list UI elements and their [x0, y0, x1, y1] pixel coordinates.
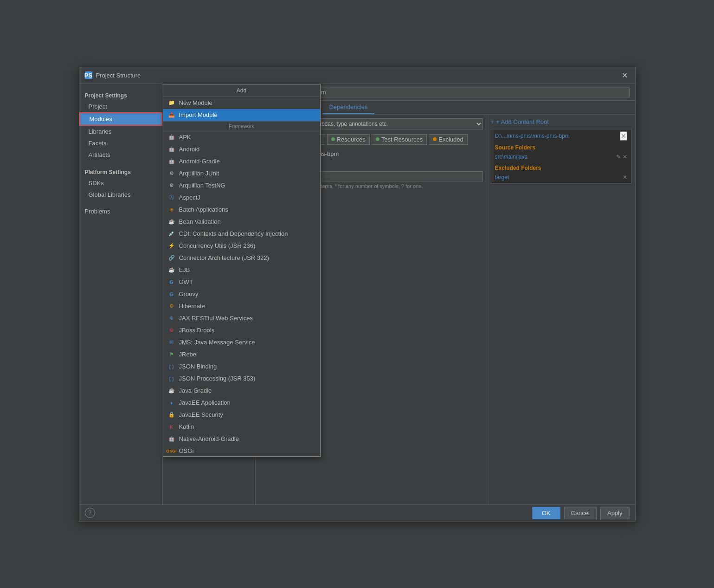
- dropdown-item-arquillian-testng[interactable]: ⚙ Arquillian TestNG: [163, 180, 320, 192]
- dropdown-item-hibernate[interactable]: ⚙ Hibernate: [163, 300, 320, 312]
- add-icon: +: [491, 118, 495, 125]
- dropdown-item-javaee-security[interactable]: 🔒 JavaEE Security: [163, 409, 320, 421]
- content-root-item: D:\...mms-pms\mms-pms-bpm ✕ Source Folde…: [491, 129, 631, 184]
- excluded-folders-label: Excluded Folders: [495, 165, 627, 171]
- excluded-folders-section: Excluded Folders target ✕: [495, 165, 627, 181]
- dropdown-item-jax[interactable]: ⊛ JAX RESTful Web Services: [163, 312, 320, 324]
- dropdown-item-apk[interactable]: 🤖 APK: [163, 131, 320, 143]
- sidebar-item-artifacts[interactable]: Artifacts: [79, 149, 162, 161]
- close-button[interactable]: ✕: [620, 71, 630, 80]
- jboss-icon: ⊕: [168, 327, 175, 334]
- lang-level-select[interactable]: - Lambdas, type annotations etc.: [302, 118, 482, 129]
- dropdown-item-android-gradle[interactable]: 🤖 Android-Gradle: [163, 155, 320, 168]
- jrebel-icon: ⚑: [168, 351, 175, 358]
- tab-resources-btn[interactable]: Resources: [327, 134, 370, 145]
- dropdown-item-gwt[interactable]: G GWT: [163, 276, 320, 288]
- dropdown-item-json-binding[interactable]: { } JSON Binding: [163, 361, 320, 373]
- remove-source-folder-button[interactable]: ✕: [623, 154, 627, 160]
- cancel-button[interactable]: Cancel: [564, 507, 597, 519]
- dropdown-item-android[interactable]: 🤖 Android: [163, 143, 320, 155]
- excluded-folder-actions: ✕: [623, 174, 627, 181]
- sidebar-item-modules[interactable]: Modules: [79, 112, 162, 126]
- sidebar-item-facets[interactable]: Facets: [79, 137, 162, 149]
- sidebar-item-problems[interactable]: Problems: [79, 204, 162, 219]
- jax-icon: ⊛: [168, 315, 175, 322]
- osgi-icon: OSGi: [168, 447, 175, 455]
- content-root-close-button[interactable]: ✕: [620, 131, 627, 141]
- dropdown-header: Add: [163, 84, 320, 97]
- project-structure-dialog: PS Project Structure ✕ Project Settings …: [79, 67, 636, 522]
- arquillian-junit-icon: ⚙: [168, 170, 175, 177]
- add-dropdown: Add 📁 New Module 📥 Import Module Framewo…: [163, 84, 321, 457]
- dropdown-item-batch[interactable]: ⊞ Batch Applications: [163, 204, 320, 216]
- dropdown-item-json-processing[interactable]: { } JSON Processing (JSR 353): [163, 373, 320, 385]
- aspectj-icon: Ⓐ: [168, 194, 175, 201]
- bottom-actions: OK Cancel Apply: [532, 507, 630, 519]
- sidebar-item-global-libraries[interactable]: Global Libraries: [79, 189, 162, 200]
- dropdown-item-ejb[interactable]: ☕ EJB: [163, 264, 320, 276]
- tab-test-resources-btn[interactable]: Test Resources: [372, 134, 427, 145]
- dropdown-item-osgi[interactable]: OSGi OSGi: [163, 445, 320, 456]
- dropdown-item-kotlin[interactable]: K Kotlin: [163, 421, 320, 433]
- groovy-icon: G: [168, 291, 175, 298]
- remove-excluded-folder-button[interactable]: ✕: [623, 174, 627, 181]
- dropdown-item-java-gradle[interactable]: ☕ Java-Gradle: [163, 385, 320, 397]
- dropdown-item-cdi[interactable]: 💉 CDI: Contexts and Dependency Injection: [163, 228, 320, 240]
- gwt-icon: G: [168, 278, 175, 286]
- add-content-root-button[interactable]: + + Add Content Root: [491, 118, 631, 125]
- module-name-input[interactable]: [283, 87, 630, 97]
- dropdown-item-jms[interactable]: ✉ JMS: Java Message Service: [163, 336, 320, 349]
- dropdown-item-aspectj[interactable]: Ⓐ AspectJ: [163, 192, 320, 204]
- cdi-icon: 💉: [168, 230, 175, 238]
- ok-button[interactable]: OK: [532, 507, 560, 519]
- android-icon: 🤖: [168, 146, 175, 153]
- json-binding-icon: { }: [168, 363, 175, 370]
- sidebar: Project Settings Project Modules Librari…: [79, 84, 163, 504]
- source-folders-label: Source Folders: [495, 144, 627, 151]
- sidebar-item-sdks[interactable]: SDKs: [79, 177, 162, 189]
- sidebar-item-project[interactable]: Project: [79, 101, 162, 112]
- jms-icon: ✉: [168, 339, 175, 346]
- kotlin-icon: K: [168, 423, 175, 431]
- tab-excluded-btn[interactable]: Excluded: [429, 134, 467, 145]
- app-icon: PS: [85, 71, 92, 79]
- dropdown-item-import-module[interactable]: 📥 Import Module: [163, 109, 320, 121]
- ejb-icon: ☕: [168, 266, 175, 274]
- source-folder-item: src\main\java ✎ ✕: [495, 153, 627, 161]
- concurrency-icon: ⚡: [168, 242, 175, 250]
- source-folder-actions: ✎ ✕: [616, 154, 627, 160]
- excluded-folder-path: target: [495, 174, 509, 181]
- main-content: Project Settings Project Modules Librari…: [79, 84, 635, 504]
- apply-button[interactable]: Apply: [600, 507, 630, 519]
- title-bar: PS Project Structure ✕: [79, 67, 635, 84]
- javaee-security-icon: 🔒: [168, 411, 175, 419]
- tab-dependencies[interactable]: Dependencies: [322, 101, 374, 114]
- hibernate-icon: ⚙: [168, 303, 175, 310]
- dropdown-item-jrebel[interactable]: ⚑ JRebel: [163, 349, 320, 361]
- edit-source-folder-button[interactable]: ✎: [616, 154, 621, 160]
- resources-dot: [331, 137, 335, 141]
- bottom-bar: ? OK Cancel Apply: [79, 504, 635, 521]
- help-button[interactable]: ?: [85, 508, 95, 518]
- dropdown-item-bean-validation[interactable]: ☕ Bean Validation: [163, 216, 320, 228]
- native-android-icon: 🤖: [168, 435, 175, 443]
- sidebar-item-libraries[interactable]: Libraries: [79, 126, 162, 137]
- javaee-app-icon: ♦: [168, 399, 175, 407]
- excluded-dot: [433, 137, 437, 141]
- dropdown-item-arquillian-junit[interactable]: ⚙ Arquillian JUnit: [163, 168, 320, 180]
- arquillian-testng-icon: ⚙: [168, 182, 175, 189]
- dropdown-item-new-module[interactable]: 📁 New Module: [163, 97, 320, 109]
- batch-icon: ⊞: [168, 206, 175, 213]
- connector-icon: 🔗: [168, 254, 175, 262]
- dropdown-item-javaee-app[interactable]: ♦ JavaEE Application: [163, 397, 320, 409]
- import-module-icon: 📥: [168, 111, 175, 119]
- dropdown-item-groovy[interactable]: G Groovy: [163, 288, 320, 300]
- bean-icon: ☕: [168, 218, 175, 226]
- dropdown-item-jboss[interactable]: ⊕ JBoss Drools: [163, 324, 320, 336]
- apk-icon: 🤖: [168, 134, 175, 141]
- dropdown-item-native-android[interactable]: 🤖 Native-Android-Gradle: [163, 433, 320, 445]
- framework-list: 🤖 APK 🤖 Android 🤖 Android-Gradle ⚙ Arqui…: [163, 131, 320, 456]
- test-resources-dot: [376, 137, 380, 141]
- dropdown-item-concurrency[interactable]: ⚡ Concurrency Utils (JSR 236): [163, 240, 320, 252]
- dropdown-item-connector[interactable]: 🔗 Connector Architecture (JSR 322): [163, 252, 320, 264]
